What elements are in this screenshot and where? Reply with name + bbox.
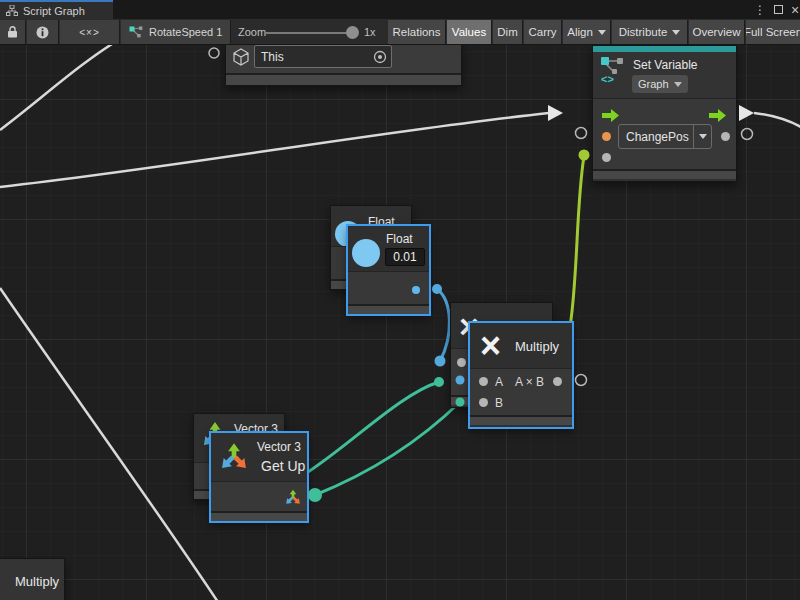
node-multiply-front[interactable]: × Multiply A A × B B [469, 322, 573, 428]
tab-script-graph[interactable]: Script Graph [0, 0, 113, 19]
info-icon [36, 26, 49, 39]
wire-knob-vector[interactable] [434, 377, 444, 387]
script-graph-asset-icon [129, 26, 143, 38]
tab-title: Script Graph [23, 5, 85, 17]
zoom-label: Zoom [238, 19, 266, 45]
window-close-icon[interactable]: × [788, 0, 800, 19]
vector3-front-title: Vector 3 [257, 440, 301, 454]
set-variable-title: Set Variable [633, 58, 697, 72]
empty-port-ring[interactable] [742, 129, 753, 140]
node-set-variable[interactable]: <> Set Variable Graph ChangePos [592, 45, 737, 182]
node-vector3-getup[interactable]: Vector 3 Get Up [210, 432, 308, 522]
variable-value-input-port[interactable] [602, 153, 611, 162]
flow-wire-top-left[interactable] [0, 45, 120, 130]
empty-port-ring[interactable] [576, 128, 587, 139]
zoom-slider-handle[interactable] [346, 26, 359, 39]
toolbar-button-dim[interactable]: Dim [493, 20, 523, 44]
zoom-value: 1x [364, 19, 376, 45]
variable-name-dropdown[interactable]: ChangePos [618, 124, 712, 149]
flow-wire-into-set-variable[interactable] [0, 113, 549, 187]
vector3-icon [220, 442, 248, 470]
dropdown-arrow-icon [699, 134, 707, 139]
object-picker-icon[interactable] [373, 50, 387, 64]
zoom-slider[interactable] [266, 32, 358, 34]
wire-knob-result[interactable] [579, 150, 590, 161]
empty-port-ring[interactable] [209, 48, 219, 58]
info-button[interactable] [27, 20, 59, 44]
set-variable-icon: <> [600, 56, 626, 84]
value-wire-getup-to-multiply-b[interactable] [308, 382, 439, 472]
lock-button[interactable] [0, 20, 26, 44]
dropdown-arrow-icon [598, 30, 606, 35]
tab-bar: Script Graph ⋮ × [0, 0, 800, 19]
node-float-front[interactable]: Float 0.01 [347, 225, 430, 315]
window-menu-icon[interactable]: ⋮ [752, 0, 768, 19]
multiply-partial-title: Multiply [15, 574, 59, 589]
this-object-value: This [261, 50, 373, 64]
multiply-port-a[interactable] [479, 377, 488, 386]
wire-knob-float[interactable] [435, 356, 446, 367]
variable-scope-value: Graph [638, 78, 669, 90]
float-front-title: Float [386, 232, 413, 246]
value-wire-multiply-to-set-variable[interactable] [570, 156, 584, 327]
variable-scope-dropdown[interactable]: Graph [632, 75, 688, 93]
window-maximize-icon[interactable] [770, 0, 786, 19]
flow-input-arrow-icon[interactable] [602, 109, 620, 122]
graph-canvas[interactable]: This <> Set Variabl [0, 45, 800, 600]
value-wire-getup-to-multiply-front[interactable] [315, 402, 460, 495]
gameobject-cube-icon [231, 47, 251, 67]
this-object-field[interactable]: This [254, 45, 392, 68]
toolbar-button-values[interactable]: Values [447, 20, 492, 44]
float-icon [352, 239, 380, 267]
graph-window-icon [6, 5, 18, 16]
breadcrumb[interactable]: RotateSpeed 1 [121, 20, 231, 44]
flow-output-arrow-icon[interactable] [709, 109, 727, 122]
variable-name-value: ChangePos [619, 130, 693, 144]
variable-name-port[interactable] [602, 132, 611, 141]
dropdown-arrow-icon [672, 30, 680, 35]
getup-output-knob[interactable] [308, 488, 322, 502]
empty-port-ring[interactable] [576, 375, 587, 386]
wire-knob-float[interactable] [432, 284, 442, 294]
flow-wire-arrowhead [739, 105, 754, 121]
float-value-field[interactable]: 0.01 [385, 248, 425, 266]
variable-output-port[interactable] [721, 132, 730, 141]
multiply-output-port[interactable] [553, 377, 562, 386]
toolbar-button-carry[interactable]: Carry [524, 20, 562, 44]
multiply-port-a-label: A [495, 375, 503, 389]
unity-script-graph-window: Script Graph ⋮ × <×> [0, 0, 800, 600]
vector3-output-icon [285, 489, 301, 505]
float-output-port[interactable] [412, 286, 420, 294]
node-multiply-partial[interactable]: Multiply [0, 558, 65, 600]
multiply-title: Multiply [515, 339, 559, 354]
toolbar-button-relations[interactable]: Relations [388, 20, 446, 44]
code-view-button[interactable]: <×> [60, 20, 120, 44]
svg-text:<>: <> [601, 73, 614, 84]
flow-wire-arrowhead [548, 105, 563, 121]
breadcrumb-label: RotateSpeed 1 [149, 26, 222, 38]
value-wire-float-to-multiply[interactable] [437, 289, 449, 361]
multiply-port-b[interactable] [479, 398, 488, 407]
dropdown-arrow-icon [674, 82, 682, 87]
multiply-port-b-label: B [495, 396, 503, 410]
multiply-back-port-a[interactable] [457, 358, 466, 367]
toolbar-button-fullscreen[interactable]: Full Screen [746, 20, 800, 44]
flow-wire-out-of-set-variable[interactable] [754, 113, 800, 127]
float-value: 0.01 [393, 250, 416, 264]
node-this[interactable]: This [225, 45, 462, 86]
multiply-output-label: A × B [515, 375, 544, 389]
graph-toolbar: <×> RotateSpeed 1 Zoom 1x Relations Valu… [0, 19, 800, 45]
flow-wire-diagonal[interactable] [0, 288, 218, 600]
getup-operation-label: Get Up [261, 458, 305, 474]
lock-icon [7, 26, 18, 38]
toolbar-button-distribute[interactable]: Distribute [612, 20, 688, 44]
code-view-icon: <×> [79, 27, 100, 38]
multiply-icon: × [480, 328, 501, 364]
toolbar-button-overview[interactable]: Overview [689, 20, 745, 44]
toolbar-button-align[interactable]: Align [563, 20, 611, 44]
